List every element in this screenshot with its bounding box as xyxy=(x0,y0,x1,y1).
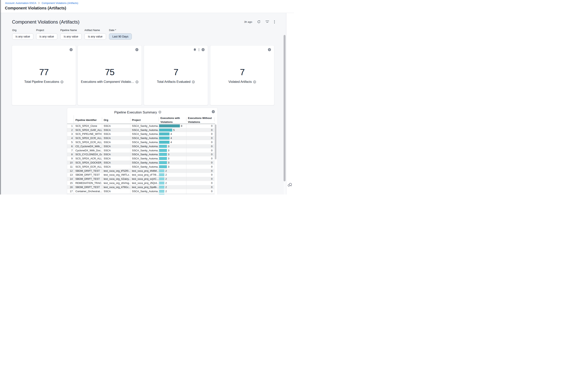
column-header[interactable]: Pipeline Identifier xyxy=(74,117,102,124)
column-header[interactable]: Org xyxy=(102,117,130,124)
violations-bar-value: 2 xyxy=(165,173,167,176)
info-icon[interactable] xyxy=(159,110,161,114)
page-scrollbar-thumb[interactable] xyxy=(284,35,285,181)
column-header[interactable]: Executions WithoutViolations xyxy=(186,117,214,124)
globe-icon[interactable] xyxy=(268,48,271,51)
violations-bar xyxy=(159,161,167,164)
row-number: 11 xyxy=(67,165,74,169)
violations-bar xyxy=(159,186,164,189)
table-scrollbar-thumb[interactable] xyxy=(215,125,216,159)
column-header[interactable]: Project xyxy=(130,117,159,124)
globe-icon[interactable] xyxy=(135,48,138,51)
filter-label: Artifact Name xyxy=(84,29,106,32)
table-row[interactable]: 16SBOM_DRIFT_TESTtest_ssca_org_479Gc…tes… xyxy=(67,185,214,189)
dashboard-area: Component Violations (Artifacts) 3h ago … xyxy=(0,13,286,194)
chat-help-icon[interactable] xyxy=(287,183,292,187)
table-row[interactable]: 14SBOM_DRIFT_TESTtest_ssca_org_XZalzy…te… xyxy=(67,177,214,181)
filter-group-pipeline-name: Pipeline Nameis any value xyxy=(60,29,82,40)
stat-label: Total Artifacts Evaluated xyxy=(157,80,191,84)
pipeline-identifier-cell: SCS_SPDX_ECR_ALL_… xyxy=(74,136,102,140)
globe-icon[interactable] xyxy=(69,48,73,51)
filter-value-button[interactable]: Last 90 Days xyxy=(109,33,132,40)
executions-with-violations-cell: 8 xyxy=(159,124,186,128)
breadcrumb-account-link[interactable]: Account: Automation-SSCA xyxy=(5,1,36,4)
executions-with-violations-cell: 2 xyxy=(159,189,186,193)
table-header: Pipeline IdentifierOrgProjectExecutions … xyxy=(67,117,214,124)
executions-with-violations-cell: 3 xyxy=(159,153,186,157)
filter-icon[interactable] xyxy=(266,21,269,23)
org-cell: test_ssca_org_zbVmg… xyxy=(102,181,130,185)
violations-bar-value: 4 xyxy=(171,141,172,144)
column-header[interactable]: Executions withViolations xyxy=(159,117,186,124)
row-number: 16 xyxy=(67,185,74,189)
table-row[interactable]: 11SCS_SPDX_ECR_ALL_…SSCASSCA_Sanity_Auto… xyxy=(67,165,214,169)
executions-without-violations-cell: 0 xyxy=(186,181,214,185)
row-number: 9 xyxy=(67,157,74,161)
executions-with-violations-cell: 3 xyxy=(159,148,186,153)
filter-group-date: Date *Last 90 Days xyxy=(109,29,132,40)
pipeline-identifier-cell: SCS_CYCLONEDX_GA… xyxy=(74,153,102,157)
org-cell: SSCA xyxy=(102,136,130,140)
filter-label: Org xyxy=(12,29,34,32)
violations-bar-value: 8 xyxy=(181,125,182,127)
pipeline-identifier-cell: CD_CycloneDX_With_… xyxy=(74,144,102,148)
table-row[interactable]: 7CycloneDX_With_Doc…SSCASSCA_Sanity_Auto… xyxy=(67,148,214,153)
filter-value-button[interactable]: is any value xyxy=(60,33,82,40)
refresh-icon[interactable] xyxy=(257,20,261,24)
filter-value-button[interactable]: is any value xyxy=(36,33,57,40)
pipeline-identifier-cell xyxy=(74,193,102,194)
violations-bar-value: 3 xyxy=(168,153,169,156)
violations-bar xyxy=(159,153,167,156)
breadcrumb: Account: Automation-SSCA Component Viola… xyxy=(5,1,78,4)
kebab-menu-icon[interactable] xyxy=(274,20,275,24)
kebab-menu-icon[interactable] xyxy=(199,48,199,51)
row-number: 14 xyxy=(67,177,74,181)
filter-group-artifact-name: Artifact Nameis any value xyxy=(84,29,106,40)
pipeline-identifier-cell: SCS_SPDX_DOCKER_… xyxy=(74,161,102,165)
globe-icon[interactable] xyxy=(212,110,215,113)
pipeline-identifier-cell: SBOM_DRIFT_TEST xyxy=(74,177,102,181)
table-row[interactable]: 1SCS_SPDX_CloneSSCASSCA_Sanity_Automa…80 xyxy=(67,124,214,128)
table-row[interactable]: 2SCS_SPDX_GAR_ALL…SSCASSCA_Sanity_Automa… xyxy=(67,128,214,132)
project-cell: test_ssca_proj_cF7I9… xyxy=(130,173,159,177)
info-icon[interactable] xyxy=(136,80,138,83)
table-row[interactable]: 12SBOM_DRIFT_TESTtest_ssca_org_tF5Zf0…te… xyxy=(67,169,214,173)
project-cell: SSCA_Sanity_Automa… xyxy=(130,136,159,140)
violations-bar xyxy=(159,165,167,168)
executions-without-violations-cell: 0 xyxy=(186,148,214,153)
content-right-border xyxy=(286,0,286,194)
executions-with-violations-cell: 2 xyxy=(159,181,186,185)
globe-icon[interactable] xyxy=(202,48,205,51)
breadcrumb-current-link[interactable]: Component Violations (Artifacts) xyxy=(42,1,78,4)
table-row[interactable]: 17Container_Orchestrat…SSCASSCA_Sanity_A… xyxy=(67,189,214,193)
column-divider xyxy=(214,124,214,194)
table-row[interactable] xyxy=(67,193,214,194)
info-icon[interactable] xyxy=(192,80,195,83)
org-cell: test_ssca_org_XZalzy… xyxy=(102,177,130,181)
filter-group-org: Orgis any value xyxy=(12,29,34,40)
table-row[interactable]: 4SCS_SPDX_ECR_ALL_…SSCASSCA_Sanity_Autom… xyxy=(67,136,214,140)
bell-plus-icon[interactable] xyxy=(193,48,196,51)
violations-bar xyxy=(159,169,164,172)
info-icon[interactable] xyxy=(253,80,256,83)
table-row[interactable]: 15REMEDIATION_TRAC…test_ssca_org_zbVmg…t… xyxy=(67,181,214,185)
table-row[interactable]: 13SBOM_DRIFT_TESTtest_ssca_org_VMTLz…tes… xyxy=(67,173,214,177)
executions-without-violations-cell: 0 xyxy=(186,136,214,140)
info-icon[interactable] xyxy=(61,80,64,83)
table-row[interactable]: 3SCS_PIPELINE_WITH…SSCASSCA_Sanity_Autom… xyxy=(67,132,214,136)
executions-without-violations-cell: 0 xyxy=(186,132,214,136)
table-row[interactable]: 10SCS_SPDX_DOCKER_…SSCASSCA_Sanity_Autom… xyxy=(67,161,214,165)
table-row[interactable]: 9SCS_SPDX_ACR_ALL…SSCASSCA_Sanity_Automa… xyxy=(67,157,214,161)
executions-without-violations-cell: 0 xyxy=(186,128,214,132)
org-cell: SSCA xyxy=(102,153,130,157)
row-number xyxy=(67,193,74,194)
pipeline-identifier-cell: SCS_SPDX_GAR_ALL… xyxy=(74,128,102,132)
executions-without-violations-cell: 0 xyxy=(186,157,214,161)
filter-value-button[interactable]: is any value xyxy=(84,33,106,40)
app-window: Account: Automation-SSCA Component Viola… xyxy=(0,0,294,194)
table-row[interactable]: 8SCS_CYCLONEDX_GA…SSCASSCA_Sanity_Automa… xyxy=(67,153,214,157)
table-row[interactable]: 5SCS_SPDX_ECR_ALL_…SSCASSCA_Sanity_Autom… xyxy=(67,140,214,144)
table-row[interactable]: 6CD_CycloneDX_With_…SSCASSCA_Sanity_Auto… xyxy=(67,144,214,148)
violations-bar xyxy=(159,173,164,176)
filter-value-button[interactable]: is any value xyxy=(12,33,34,40)
